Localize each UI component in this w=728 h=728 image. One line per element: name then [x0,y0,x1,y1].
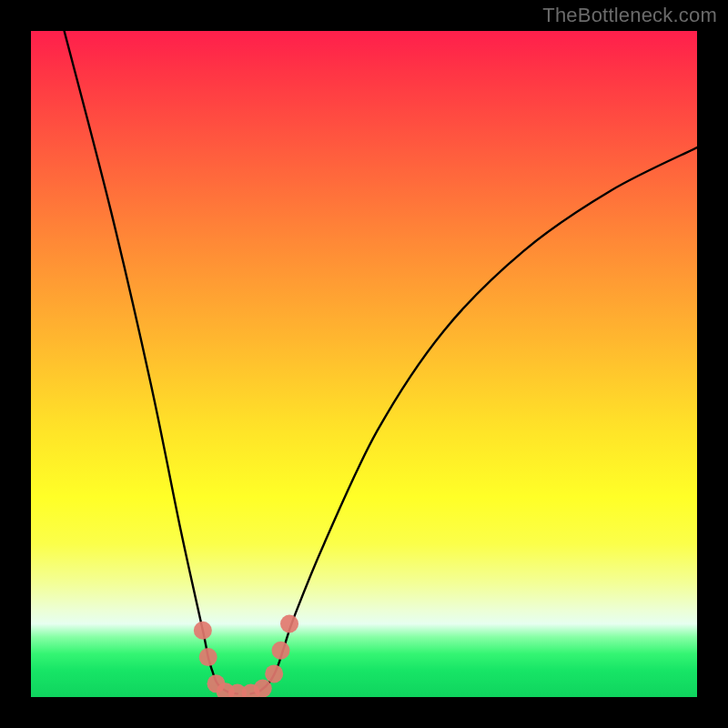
trough-marker [280,614,298,632]
left-curve-path [65,31,238,693]
trough-marker [194,622,212,640]
trough-markers [194,614,298,697]
left-curve [65,31,238,693]
watermark-text: TheBottleneck.com [542,4,717,27]
right-curve [251,147,697,693]
curves-svg [31,31,697,697]
chart-container: TheBottleneck.com [0,0,728,728]
trough-marker [265,664,283,682]
trough-marker [272,642,290,660]
right-curve-path [251,147,697,693]
plot-area [31,31,697,697]
trough-marker [254,679,272,697]
trough-marker [199,648,217,666]
